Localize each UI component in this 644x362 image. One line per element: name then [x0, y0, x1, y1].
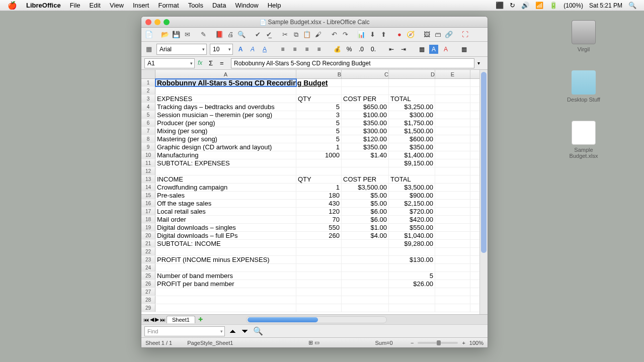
- cell-A18[interactable]: Mail order: [155, 216, 296, 223]
- cell-C2[interactable]: [342, 87, 389, 95]
- cell-A12[interactable]: [155, 167, 296, 175]
- cell-A29[interactable]: [155, 304, 296, 312]
- clock[interactable]: Sat 5:21 PM: [589, 2, 622, 9]
- cell-E10[interactable]: [435, 151, 470, 159]
- cell-C9[interactable]: $350.00: [342, 143, 389, 151]
- cell-B24[interactable]: [296, 264, 342, 272]
- cell-A15[interactable]: Pre-sales: [155, 192, 296, 199]
- cell-A24[interactable]: [155, 264, 296, 272]
- cell-A22[interactable]: [155, 248, 296, 255]
- menu-tools[interactable]: Tools: [188, 2, 203, 9]
- rowhead-25[interactable]: 25: [141, 272, 155, 280]
- rowhead-21[interactable]: 21: [141, 240, 155, 247]
- zoom-in-icon[interactable]: +: [462, 340, 465, 346]
- rowhead-27[interactable]: 27: [141, 288, 155, 296]
- cell-reference[interactable]: A1: [144, 58, 195, 68]
- fontcolor-icon[interactable]: A: [441, 45, 450, 54]
- cell-E3[interactable]: [435, 95, 470, 103]
- bgcolor-icon[interactable]: A: [429, 45, 438, 54]
- zoom-out-icon[interactable]: −: [411, 340, 414, 346]
- vertical-scrollbar[interactable]: [479, 70, 488, 314]
- cell-A27[interactable]: [155, 288, 296, 296]
- tab-prev-icon[interactable]: ◀: [150, 316, 154, 323]
- align-left-icon[interactable]: ≡: [278, 45, 287, 54]
- find-next-icon[interactable]: ⏷: [241, 327, 249, 336]
- cell-E2[interactable]: [435, 87, 470, 95]
- desktop-doc[interactable]: Sample Budget.xlsx: [564, 121, 604, 159]
- cell-C7[interactable]: $300.00: [342, 127, 389, 135]
- rowhead-5[interactable]: 5: [141, 111, 155, 119]
- cell-D29[interactable]: [389, 304, 435, 312]
- find-input[interactable]: Find: [144, 326, 225, 336]
- cell-C20[interactable]: $4.00: [342, 232, 389, 239]
- col-D[interactable]: D: [389, 70, 435, 78]
- cell-D9[interactable]: $350.00: [389, 143, 435, 151]
- cell-C1[interactable]: [342, 79, 389, 86]
- col-B[interactable]: B: [296, 70, 342, 78]
- cell-D6[interactable]: $1,750.00: [389, 119, 435, 127]
- cell-C10[interactable]: $1.40: [342, 151, 389, 159]
- col-A[interactable]: A: [155, 70, 296, 78]
- cell-E26[interactable]: [435, 280, 470, 288]
- cell-E29[interactable]: [435, 304, 470, 312]
- decimal-add-icon[interactable]: .0: [357, 45, 366, 54]
- rowhead-10[interactable]: 10: [141, 151, 155, 159]
- cell-A19[interactable]: Digital downloads – singles: [155, 224, 296, 231]
- spreadsheet-grid[interactable]: A B C D E 1Robobunny All-Stars 5-Song CD…: [141, 70, 479, 314]
- cell-D1[interactable]: [389, 79, 435, 86]
- cell-A21[interactable]: SUBTOTAL: INCOME: [155, 240, 296, 247]
- gallery-icon[interactable]: 🖼: [422, 30, 431, 39]
- cell-A8[interactable]: Mastering (per song): [155, 135, 296, 143]
- rowhead-12[interactable]: 12: [141, 167, 155, 175]
- indent-more-icon[interactable]: ⇥: [399, 45, 408, 54]
- cell-C26[interactable]: [342, 280, 389, 288]
- sum-icon[interactable]: Σ: [209, 59, 217, 67]
- app-name[interactable]: LibreOffice: [26, 2, 61, 9]
- cell-C23[interactable]: [342, 256, 389, 263]
- cell-B17[interactable]: 120: [296, 208, 342, 215]
- cell-B4[interactable]: 5: [296, 103, 342, 111]
- chart-icon[interactable]: 📊: [357, 30, 366, 39]
- cell-E4[interactable]: [435, 103, 470, 111]
- cell-E5[interactable]: [435, 111, 470, 119]
- italic-icon[interactable]: A: [248, 45, 257, 54]
- cell-A16[interactable]: Off the stage sales: [155, 200, 296, 207]
- cell-A4[interactable]: Tracking days – bedtracks and overdubs: [155, 103, 296, 111]
- cut-icon[interactable]: ✂: [280, 30, 289, 39]
- cell-E18[interactable]: [435, 216, 470, 223]
- rowhead-17[interactable]: 17: [141, 208, 155, 215]
- cell-A9[interactable]: Graphic design (CD artwork and layout): [155, 143, 296, 151]
- battery-icon[interactable]: 🔋: [549, 2, 557, 9]
- cell-D26[interactable]: $26.00: [389, 280, 435, 288]
- cell-D3[interactable]: TOTAL: [389, 95, 435, 103]
- cell-B5[interactable]: 3: [296, 111, 342, 119]
- cell-E28[interactable]: [435, 296, 470, 304]
- menu-view[interactable]: View: [110, 2, 124, 9]
- cell-D15[interactable]: $900.00: [389, 192, 435, 199]
- sort-desc-icon[interactable]: ⬆: [379, 30, 388, 39]
- rowhead-29[interactable]: 29: [141, 304, 155, 312]
- underline-icon[interactable]: A: [260, 45, 269, 54]
- more-icon[interactable]: ▦: [459, 45, 468, 54]
- cell-B27[interactable]: [296, 288, 342, 296]
- cell-E1[interactable]: [435, 79, 470, 86]
- cell-A1[interactable]: Robobunny All-Stars 5-Song CD Recording …: [155, 79, 296, 86]
- rowhead-1[interactable]: 1: [141, 79, 155, 86]
- zoom-value[interactable]: 100%: [469, 340, 484, 346]
- cell-C22[interactable]: [342, 248, 389, 255]
- cell-E23[interactable]: [435, 256, 470, 263]
- rowhead-16[interactable]: 16: [141, 200, 155, 207]
- sort-asc-icon[interactable]: ⬇: [368, 30, 377, 39]
- cell-B29[interactable]: [296, 304, 342, 312]
- cell-B18[interactable]: 70: [296, 216, 342, 223]
- cell-B28[interactable]: [296, 296, 342, 304]
- cell-A11[interactable]: SUBTOTAL: EXPENSES: [155, 159, 296, 167]
- find-prev-icon[interactable]: ⏶: [229, 327, 237, 336]
- decimal-remove-icon[interactable]: 0.: [369, 45, 378, 54]
- datasource-icon[interactable]: 🗃: [433, 30, 442, 39]
- borders-icon[interactable]: ▦: [417, 45, 426, 54]
- desktop-folder[interactable]: Desktop Stuff: [564, 70, 604, 103]
- cell-D17[interactable]: $720.00: [389, 208, 435, 215]
- cell-A10[interactable]: Manufacturing: [155, 151, 296, 159]
- cell-C11[interactable]: [342, 159, 389, 167]
